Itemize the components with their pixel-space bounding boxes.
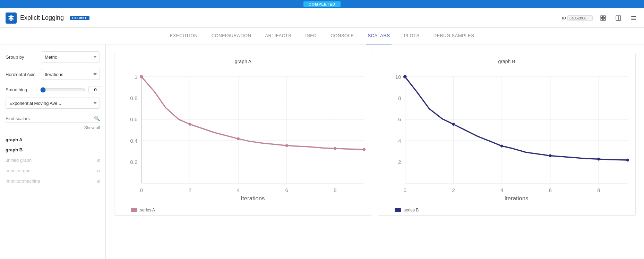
svg-text:2: 2 — [398, 159, 401, 165]
scalar-item-graph-a[interactable]: graph A — [6, 135, 100, 145]
chart-box-a: graph A 1 0.8 — [114, 53, 372, 216]
svg-point-64 — [626, 159, 629, 161]
group-by-row: Group by Metric None — [6, 51, 100, 62]
nav-tabs: EXECUTION CONFIGURATION ARTIFACTS INFO C… — [0, 28, 644, 44]
svg-text:4: 4 — [500, 187, 504, 193]
example-badge: EXAMPLE — [70, 16, 89, 20]
svg-point-60 — [452, 123, 455, 126]
svg-text:0.6: 0.6 — [130, 116, 137, 122]
chart-box-b: graph B 10 8 — [378, 53, 636, 216]
scalar-item-unified-graph[interactable]: unified graph ⌀ — [6, 155, 100, 165]
chart-legend-b: series B — [381, 208, 633, 212]
main-layout: Group by Metric None Horizontal Axis Ite… — [0, 44, 644, 259]
task-id: ID 3a052b68.... — [562, 15, 593, 21]
legend-color-b — [395, 208, 401, 212]
tab-artifacts[interactable]: ARTIFACTS — [264, 28, 293, 44]
svg-text:6: 6 — [398, 116, 401, 122]
scalar-item-monitor-machine[interactable]: :monitor:machine ⌀ — [6, 176, 100, 186]
header-actions: ID 3a052b68.... — [562, 13, 638, 23]
status-badge: COMPLETED — [303, 1, 340, 7]
chart-svg-b: 10 8 6 4 2 0 2 4 6 8 Iterations — [381, 67, 633, 203]
svg-rect-3 — [604, 18, 606, 20]
smoothing-slider[interactable] — [40, 87, 85, 93]
svg-text:4: 4 — [398, 138, 401, 144]
svg-text:0.4: 0.4 — [130, 138, 138, 144]
smoothing-value-input[interactable] — [88, 86, 102, 93]
svg-text:8: 8 — [398, 95, 401, 101]
smooth-method-select[interactable]: Exponential Moving Ave... Running Averag… — [6, 98, 100, 109]
chart-legend-a: series A — [117, 208, 369, 212]
svg-point-63 — [597, 158, 600, 160]
show-all-link[interactable]: Show all — [84, 125, 100, 130]
svg-text:10: 10 — [395, 74, 401, 80]
chart-container-b: graph B 10 8 — [375, 50, 638, 218]
svg-point-31 — [140, 75, 143, 78]
svg-text:2: 2 — [452, 187, 455, 193]
search-input[interactable] — [6, 116, 94, 121]
horizontal-axis-row: Horizontal Axis Iterations Time Epochs — [6, 69, 100, 80]
svg-point-61 — [500, 144, 503, 147]
app-title: Explicit Logging — [20, 14, 64, 22]
menu-icon[interactable] — [629, 13, 638, 23]
tab-scalars[interactable]: SCALARS — [366, 28, 391, 44]
svg-text:0.8: 0.8 — [130, 95, 137, 101]
tab-plots[interactable]: PLOTS — [403, 28, 421, 44]
svg-text:0: 0 — [404, 187, 407, 193]
chart-container-a: graph A 1 0.8 — [111, 50, 375, 218]
status-bar: COMPLETED — [0, 0, 644, 8]
horizontal-axis-label: Horizontal Axis — [6, 72, 37, 77]
svg-text:4: 4 — [237, 187, 240, 193]
search-icon[interactable]: 🔍 — [94, 116, 100, 121]
chart-title-a: graph A — [117, 59, 369, 64]
svg-point-62 — [549, 154, 551, 157]
svg-text:6: 6 — [285, 187, 288, 193]
sidebar: Group by Metric None Horizontal Axis Ite… — [0, 44, 106, 259]
horizontal-axis-select[interactable]: Iterations Time Epochs — [41, 69, 100, 80]
header: Explicit Logging EXAMPLE ID 3a052b68.... — [0, 8, 644, 28]
app-logo-area: Explicit Logging EXAMPLE — [6, 12, 89, 24]
app-logo-icon — [6, 12, 17, 24]
svg-text:2: 2 — [188, 187, 191, 193]
svg-text:8: 8 — [597, 187, 600, 193]
svg-point-35 — [334, 147, 336, 150]
svg-point-34 — [285, 144, 288, 147]
svg-text:1: 1 — [135, 74, 138, 80]
group-by-label: Group by — [6, 55, 37, 60]
scalar-item-monitor-gpu[interactable]: :monitor:gpu ⌀ — [6, 165, 100, 176]
svg-rect-1 — [604, 16, 606, 17]
list-view-icon[interactable] — [598, 13, 608, 23]
split-view-icon[interactable] — [613, 13, 623, 23]
tab-console[interactable]: CONSOLE — [329, 28, 355, 44]
smoothing-label: Smoothing — [6, 87, 37, 92]
svg-rect-2 — [601, 18, 602, 20]
charts-area: graph A 1 0.8 — [106, 44, 644, 259]
smooth-method-row: Exponential Moving Ave... Running Averag… — [6, 98, 100, 109]
svg-text:Iterations: Iterations — [241, 195, 265, 202]
svg-text:8: 8 — [334, 187, 337, 193]
legend-label-b: series B — [404, 208, 419, 212]
chart-title-b: graph B — [381, 59, 633, 64]
svg-text:0: 0 — [140, 187, 143, 193]
tab-info[interactable]: INFO — [304, 28, 318, 44]
hide-icon-machine: ⌀ — [97, 178, 100, 184]
smoothing-row: Smoothing — [6, 86, 100, 93]
tab-execution[interactable]: EXECUTION — [169, 28, 199, 44]
scalar-item-graph-b[interactable]: graph B — [6, 145, 100, 155]
svg-point-33 — [237, 137, 240, 140]
svg-point-59 — [403, 75, 407, 78]
svg-point-32 — [188, 123, 191, 126]
search-row: 🔍 — [6, 116, 100, 123]
legend-label-a: series A — [140, 208, 155, 212]
svg-text:Iterations: Iterations — [504, 195, 528, 202]
svg-point-36 — [363, 148, 366, 151]
svg-rect-0 — [601, 16, 602, 17]
show-all-row: Show all — [6, 124, 100, 131]
hide-icon-unified: ⌀ — [97, 157, 100, 163]
group-by-select[interactable]: Metric None — [41, 51, 100, 62]
tab-debug-samples[interactable]: DEBUG SAMPLES — [432, 28, 476, 44]
scalar-list: graph A graph B unified graph ⌀ :monitor… — [6, 135, 100, 186]
svg-text:0.2: 0.2 — [130, 159, 137, 165]
hide-icon-gpu: ⌀ — [97, 168, 100, 173]
svg-text:6: 6 — [549, 187, 552, 193]
tab-configuration[interactable]: CONFIGURATION — [210, 28, 253, 44]
